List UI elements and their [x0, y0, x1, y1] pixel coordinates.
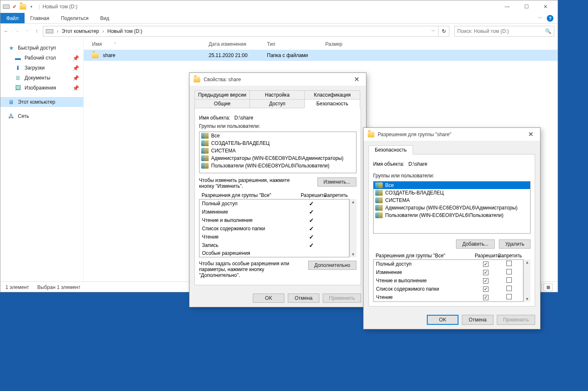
deny-checkbox[interactable]: [506, 261, 512, 266]
object-path: D:\share: [234, 115, 253, 121]
search-input[interactable]: Поиск: Новый том (D:) 🔍: [454, 26, 554, 37]
sidebar-item-pictures[interactable]: 🖼 Изображения 📌: [0, 83, 83, 93]
tab-home[interactable]: Главная: [25, 13, 55, 23]
scrollbar[interactable]: ▲▼: [349, 199, 356, 257]
allow-checkbox[interactable]: ✓: [483, 295, 488, 300]
deny-checkbox[interactable]: [506, 269, 512, 274]
sidebar-item-downloads[interactable]: ⬇ Загрузки 📌: [0, 63, 83, 73]
help-icon[interactable]: ?: [547, 15, 553, 22]
chevron-icon[interactable]: ›: [57, 28, 58, 34]
group-item[interactable]: СИСТЕМА: [199, 147, 356, 154]
qat-dropdown-icon[interactable]: ▾: [28, 3, 35, 10]
permission-row: Список содержимого папки✓: [374, 285, 523, 293]
group-item[interactable]: Пользователи (WIN-EC6EO8YDAL6\Пользовате…: [374, 212, 530, 219]
apply-button[interactable]: Применить: [497, 315, 535, 325]
sidebar-network[interactable]: 🖧 Сеть: [0, 111, 83, 121]
group-item[interactable]: СОЗДАТЕЛЬ-ВЛАДЕЛЕЦ: [199, 139, 356, 147]
nav-forward-icon[interactable]: →: [15, 28, 20, 34]
ok-button[interactable]: OK: [253, 294, 284, 303]
breadcrumb-dropdown-icon[interactable]: ﹀: [431, 28, 436, 34]
network-icon: 🖧: [8, 113, 15, 120]
groups-listbox[interactable]: ВсеСОЗДАТЕЛЬ-ВЛАДЕЛЕЦСИСТЕМААдминистрато…: [199, 132, 356, 173]
tab-security[interactable]: Безопасность: [304, 99, 360, 108]
ok-button[interactable]: OK: [427, 315, 458, 325]
qat-check-icon[interactable]: ✔: [11, 3, 18, 10]
file-row[interactable]: share 25.11.2020 21:00 Папка с файлами: [84, 50, 558, 61]
tab-share[interactable]: Поделиться: [55, 13, 94, 23]
allow-checkbox[interactable]: ✓: [483, 261, 488, 267]
tab-classification[interactable]: Классификация: [304, 90, 360, 100]
sidebar-quick-access[interactable]: ★ Быстрый доступ: [0, 43, 83, 53]
deny-checkbox[interactable]: [506, 294, 512, 299]
refresh-button[interactable]: ↻: [439, 26, 449, 37]
dialog-buttons: OK Отмена Применить: [364, 311, 540, 329]
tab-file[interactable]: Файл: [0, 13, 25, 23]
folder-icon: [368, 132, 374, 137]
permission-name: Список содержимого папки: [202, 226, 300, 232]
maximize-button[interactable]: ☐: [517, 0, 536, 13]
cancel-button[interactable]: Отмена: [288, 294, 319, 303]
sidebar-item-label: Загрузки: [25, 65, 45, 71]
qat-drive-icon[interactable]: [3, 3, 10, 10]
edit-button[interactable]: Изменить...: [317, 177, 356, 187]
group-item[interactable]: Администраторы (WIN-EC6EO8YDAL6\Админист…: [374, 204, 530, 212]
nav-recent-icon[interactable]: ﹀: [25, 28, 30, 34]
tab-security[interactable]: Безопасность: [369, 145, 413, 154]
group-item[interactable]: Пользователи (WIN-EC6EO8YDAL6\Пользовате…: [199, 162, 356, 169]
tab-general[interactable]: Общие: [194, 99, 250, 108]
col-name: Имя˄: [84, 41, 209, 47]
qat-folder-icon[interactable]: [20, 3, 26, 10]
dialog-titlebar[interactable]: Разрешения для группы "share" ✕: [364, 128, 540, 141]
deny-checkbox[interactable]: [506, 277, 512, 283]
security-panel: Имя объекта: D:\share Группы или пользов…: [369, 154, 535, 306]
scrollbar[interactable]: ▲▼: [523, 259, 531, 302]
allow-checkbox[interactable]: ✓: [483, 278, 488, 284]
close-button[interactable]: ✕: [536, 0, 555, 13]
minimize-button[interactable]: —: [498, 0, 517, 13]
group-item[interactable]: СИСТЕМА: [374, 197, 530, 204]
col-type[interactable]: Тип: [267, 41, 325, 47]
ribbon-expand-icon[interactable]: ﹀: [538, 15, 543, 21]
object-name-label: Имя объекта:: [199, 115, 230, 121]
permission-row: Чтение✓: [199, 233, 349, 241]
permission-name: Чтение и выполнение: [202, 217, 300, 223]
cancel-button[interactable]: Отмена: [462, 315, 493, 325]
allow-checkbox[interactable]: ✓: [483, 270, 488, 275]
group-item[interactable]: СОЗДАТЕЛЬ-ВЛАДЕЛЕЦ: [374, 189, 530, 197]
sidebar-item-documents[interactable]: 🗎 Документы 📌: [0, 73, 83, 83]
dialog-buttons: OK Отмена Применить: [189, 289, 366, 307]
close-icon[interactable]: ✕: [526, 130, 536, 138]
breadcrumb[interactable]: › Этот компьютер › Новый том (D:) ﹀: [43, 26, 439, 37]
close-icon[interactable]: ✕: [351, 75, 362, 83]
tab-customize[interactable]: Настройка: [249, 90, 305, 100]
apply-button[interactable]: Применить: [323, 294, 361, 303]
group-label: СОЗДАТЕЛЬ-ВЛАДЕЛЕЦ: [385, 190, 443, 196]
groups-listbox[interactable]: ВсеСОЗДАТЕЛЬ-ВЛАДЕЛЕЦСИСТЕМААдминистрато…: [373, 181, 531, 234]
dialog-titlebar[interactable]: Свойства: share ✕: [189, 73, 366, 86]
col-date[interactable]: Дата изменения: [209, 41, 267, 47]
crumb-thispc[interactable]: Этот компьютер: [62, 28, 99, 34]
crumb-drive[interactable]: Новый том (D:): [107, 28, 142, 34]
deny-checkbox[interactable]: [506, 286, 512, 291]
view-icons-button[interactable]: ▦: [543, 284, 553, 291]
advanced-button[interactable]: Дополнительно: [308, 261, 356, 270]
pin-icon: 📌: [72, 75, 79, 81]
sidebar-thispc[interactable]: 🖥 Этот компьютер: [0, 97, 83, 107]
tab-previous-versions[interactable]: Предыдущие версии: [194, 90, 250, 100]
remove-button[interactable]: Удалить: [499, 239, 531, 249]
permission-name: Запись: [202, 242, 300, 248]
nav-back-icon[interactable]: ←: [4, 28, 9, 34]
allow-checkbox[interactable]: ✓: [483, 286, 488, 292]
group-item[interactable]: Все: [199, 132, 356, 139]
titlebar: ✔ ▾ | Новый том (D:) — ☐ ✕: [0, 0, 558, 13]
tab-view[interactable]: Вид: [94, 13, 115, 23]
group-item[interactable]: Все: [374, 182, 530, 189]
nav-up-icon[interactable]: ↑: [35, 28, 38, 34]
chevron-icon[interactable]: ›: [102, 28, 104, 34]
column-headers[interactable]: Имя˄ Дата изменения Тип Размер: [84, 39, 558, 50]
tab-sharing[interactable]: Доступ: [249, 99, 305, 108]
group-item[interactable]: Администраторы (WIN-EC6EO8YDAL6\Админист…: [199, 154, 356, 162]
sidebar-item-desktop[interactable]: ▬ Рабочий стол 📌: [0, 53, 83, 63]
add-button[interactable]: Добавить...: [456, 239, 495, 249]
col-size[interactable]: Размер: [325, 41, 367, 47]
